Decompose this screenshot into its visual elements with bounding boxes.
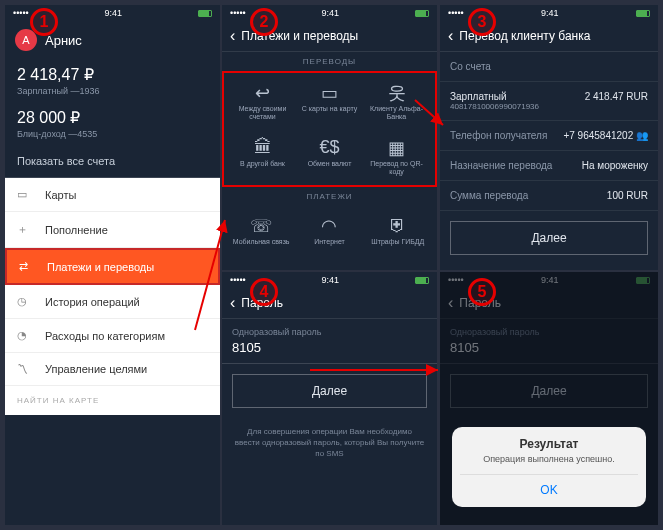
step-badge-2: 2 (250, 8, 278, 36)
next-button: Далее (450, 374, 648, 408)
card-icon: ▭ (17, 188, 35, 201)
card-icon: ▭ (299, 81, 360, 105)
chart-icon: 〽 (17, 363, 35, 375)
balance-amount: 28 000 ₽ (17, 108, 208, 127)
payments-grid: ☏Мобильная связь ◠Интернет ⛨Штрафы ГИБДД (222, 206, 437, 254)
swap-icon: ↩ (232, 81, 293, 105)
pie-icon: ◔ (17, 329, 35, 342)
user-name: Арнис (45, 33, 82, 48)
nav-cards[interactable]: ▭Карты (5, 178, 220, 212)
phone-row[interactable]: Телефон получателя+7 9645841202 👥 (440, 121, 658, 151)
alert-ok-button[interactable]: OK (460, 474, 638, 497)
screen-result: 9:41 ‹Пароль Одноразовый пароль 8105 Дал… (440, 272, 658, 525)
nav-expenses[interactable]: ◔Расходы по категориям (5, 319, 220, 353)
signal-icon (448, 8, 464, 18)
step-badge-1: 1 (30, 8, 58, 36)
signal-icon (230, 8, 246, 18)
otp-input: Одноразовый пароль 8105 (440, 319, 658, 364)
screen-home: 9:41 A Арнис 2 418,47 ₽ Зарплатный —1936… (5, 5, 220, 525)
hint-text: Для совершения операции Вам необходимо в… (222, 418, 437, 468)
otp-input[interactable]: Одноразовый пароль 8105 (222, 319, 437, 364)
account-name: Зарплатный (450, 91, 539, 102)
signal-icon (13, 8, 29, 18)
step-badge-3: 3 (468, 8, 496, 36)
battery-icon (415, 10, 429, 17)
alert-title: Результат (460, 437, 638, 451)
nav-history[interactable]: ◷История операций (5, 285, 220, 319)
shield-icon: ⛨ (367, 214, 429, 238)
account-label-row: Со счета (440, 52, 658, 82)
sum-row[interactable]: Сумма перевода100 RUR (440, 181, 658, 211)
transfer-bank[interactable]: 🏛В другой банк (230, 130, 295, 183)
nav-payments[interactable]: ⇄Платежи и переводы (5, 248, 220, 285)
balance-2[interactable]: 28 000 ₽ Блиц-доход —4535 (5, 102, 220, 145)
next-button[interactable]: Далее (232, 374, 427, 408)
back-icon[interactable]: ‹ (448, 27, 453, 45)
result-alert: Результат Операция выполнена успешно. OK (452, 427, 646, 507)
section-transfers: ПЕРЕВОДЫ (222, 52, 437, 71)
screen-password: 9:41 ‹Пароль Одноразовый пароль 8105 Дал… (222, 272, 437, 525)
battery-icon (198, 10, 212, 17)
nav-goals[interactable]: 〽Управление целями (5, 353, 220, 386)
battery-icon (636, 10, 650, 17)
pay-internet[interactable]: ◠Интернет (296, 208, 362, 252)
screen-payments: 9:41 ‹ Платежи и переводы ПЕРЕВОДЫ ↩Межд… (222, 5, 437, 270)
clock-icon: ◷ (17, 295, 35, 308)
back-icon: ‹ (448, 294, 453, 312)
signal-icon (448, 275, 464, 285)
signal-icon (230, 275, 246, 285)
balance-sub: Зарплатный —1936 (17, 86, 208, 96)
battery-icon (415, 277, 429, 284)
contacts-icon[interactable]: 👥 (636, 130, 648, 141)
transfer-exchange[interactable]: €$Обмен валют (297, 130, 362, 183)
footer-link[interactable]: НАЙТИ НА КАРТЕ (5, 386, 220, 415)
show-all-accounts[interactable]: Показать все счета (5, 145, 220, 178)
screen-transfer-form: 9:41 ‹Перевод клиенту банка Со счета Зар… (440, 5, 658, 270)
account-row[interactable]: Зарплатный 40817810006990071936 2 418.47… (440, 82, 658, 121)
pay-fines[interactable]: ⛨Штрафы ГИБДД (365, 208, 431, 252)
transfer-own[interactable]: ↩Между своими счетами (230, 75, 295, 128)
balance-sub: Блиц-доход —4535 (17, 129, 208, 139)
transfer-icon: ⇄ (19, 260, 37, 273)
pay-mobile[interactable]: ☏Мобильная связь (228, 208, 294, 252)
plus-icon: ＋ (17, 222, 35, 237)
bank-icon: 🏛 (232, 136, 293, 160)
qr-icon: ▦ (366, 136, 427, 160)
next-button[interactable]: Далее (450, 221, 648, 255)
input-label: Одноразовый пароль (232, 327, 427, 337)
transfer-grid: ↩Между своими счетами ▭С карты на карту … (222, 71, 437, 187)
section-payments: ПЛАТЕЖИ (222, 187, 437, 206)
input-value: 8105 (232, 340, 427, 355)
balance-1[interactable]: 2 418,47 ₽ Зарплатный —1936 (5, 59, 220, 102)
wifi-icon: ◠ (298, 214, 360, 238)
person-icon: 웃 (366, 81, 427, 105)
alert-message: Операция выполнена успешно. (460, 454, 638, 464)
balance-amount: 2 418,47 ₽ (17, 65, 208, 84)
back-icon[interactable]: ‹ (230, 27, 235, 45)
step-badge-5: 5 (468, 278, 496, 306)
account-number: 40817810006990071936 (450, 102, 539, 111)
step-badge-4: 4 (250, 278, 278, 306)
status-time: 9:41 (105, 8, 123, 18)
purpose-row[interactable]: Назначение переводаНа мороженку (440, 151, 658, 181)
transfer-card[interactable]: ▭С карты на карту (297, 75, 362, 128)
phone-icon: ☏ (230, 214, 292, 238)
nav-list: ▭Карты ＋Пополнение ⇄Платежи и переводы ◷… (5, 178, 220, 415)
account-balance: 2 418.47 RUR (585, 91, 648, 111)
currency-icon: €$ (299, 136, 360, 160)
transfer-client[interactable]: 웃Клиенту Альфа-Банка (364, 75, 429, 128)
nav-topup[interactable]: ＋Пополнение (5, 212, 220, 248)
back-icon[interactable]: ‹ (230, 294, 235, 312)
battery-icon (636, 277, 650, 284)
transfer-qr[interactable]: ▦Перевод по QR-коду (364, 130, 429, 183)
